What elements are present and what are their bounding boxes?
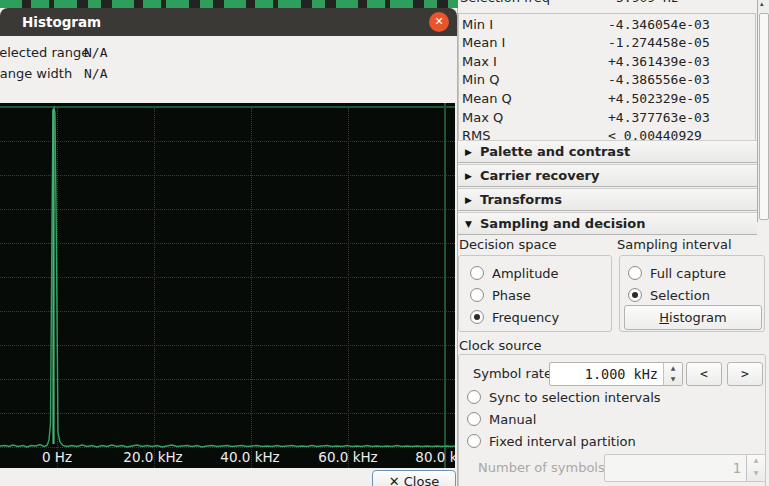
selection-freq-value: 5.909 Hz [616, 0, 679, 5]
symbol-rate-increment-button[interactable]: > [727, 362, 763, 386]
section-label: Carrier recovery [480, 168, 599, 183]
stat-value: -4.346054e-03 [608, 17, 710, 32]
table-row: Max Q +4.377763e-03 [459, 108, 755, 126]
table-row: Max I +4.361439e-03 [459, 52, 755, 70]
stat-label: Min Q [459, 72, 608, 87]
spin-arrows: ▲ ▼ [746, 455, 765, 481]
decision-space-group: Amplitude Phase Frequency [458, 255, 612, 332]
chevron-right-icon: ▶ [465, 147, 480, 157]
radio-label: Amplitude [492, 266, 559, 281]
radio-label: Fixed interval partition [489, 434, 636, 449]
table-row: Min I -4.346054e-03 [459, 15, 755, 33]
clock-source-group: Symbol rate 1.000 kHz ▲ ▼ < > Sync to se… [458, 354, 766, 486]
selected-range-label: Selected range [0, 45, 89, 60]
section-palette-and-contrast[interactable]: ▶ Palette and contrast [458, 140, 757, 163]
panel-scrollbar[interactable]: ▴ [757, 0, 769, 222]
radio-full-capture[interactable] [628, 266, 642, 280]
section-sampling-and-decision[interactable]: ▼ Sampling and decision [458, 212, 757, 235]
spin-up-icon: ▲ [747, 455, 765, 468]
radio-row: Amplitude [470, 265, 559, 281]
section-transforms[interactable]: ▶ Transforms [458, 188, 757, 211]
table-row: Min Q -4.386556e-03 [459, 71, 755, 89]
stat-value: +4.377763e-03 [608, 110, 710, 125]
table-row: Mean Q +4.502329e-05 [459, 90, 755, 108]
radio-row: Fixed interval partition [467, 433, 636, 449]
app-root: Histogram ✕ Selected range N/A Range wid… [0, 0, 769, 486]
x-axis-tick: 0 Hz [42, 449, 72, 465]
symbol-rate-value: 1.000 kHz [585, 366, 658, 382]
section-label: Sampling and decision [480, 216, 646, 231]
radio-frequency[interactable] [470, 310, 484, 324]
symbol-rate-spinbox[interactable]: 1.000 kHz ▲ ▼ [549, 362, 683, 386]
stat-label: Mean Q [459, 91, 608, 106]
stat-value: -4.386556e-03 [608, 72, 710, 87]
chevron-down-icon: ▼ [465, 219, 480, 229]
radio-row: Manual [467, 411, 536, 427]
symbol-rate-label: Symbol rate [473, 366, 552, 381]
stat-label: Min I [459, 17, 608, 32]
x-axis-tick: 60.0 kHz [318, 449, 377, 465]
radio-manual[interactable] [467, 412, 481, 426]
histogram-button[interactable]: Histogram [624, 305, 762, 330]
radio-row: Full capture [628, 265, 726, 281]
radio-row: Selection [628, 287, 710, 303]
number-of-symbols-value: 1 [733, 460, 741, 476]
radio-label: Selection [650, 288, 710, 303]
radio-row: Phase [470, 287, 531, 303]
stat-label: Max I [459, 54, 608, 69]
inspector-panel: Selection freq 5.909 Hz Min I -4.346054e… [458, 0, 769, 486]
selected-range-value: N/A [84, 45, 107, 60]
close-x-icon: ✕ [389, 474, 400, 486]
window-titlebar[interactable]: Histogram ✕ [0, 8, 457, 36]
number-of-symbols-label: Number of symbols [478, 460, 605, 475]
radio-amplitude[interactable] [470, 266, 484, 280]
histogram-window: Histogram ✕ Selected range N/A Range wid… [0, 8, 458, 486]
close-dialog-button[interactable]: ✕Close [372, 470, 456, 486]
radio-label: Manual [489, 412, 536, 427]
section-carrier-recovery[interactable]: ▶ Carrier recovery [458, 164, 757, 187]
x-axis-tick: 40.0 kHz [220, 449, 279, 465]
radio-row: Sync to selection intervals [467, 389, 661, 405]
spin-arrows: ▲ ▼ [663, 363, 682, 385]
spin-up-icon[interactable]: ▲ [664, 363, 682, 374]
window-close-button[interactable]: ✕ [429, 12, 449, 32]
scrollbar-thumb[interactable] [759, 13, 769, 220]
stat-value: +4.361439e-03 [608, 54, 710, 69]
sampling-interval-label: Sampling interval [617, 237, 732, 252]
stat-label: Mean I [459, 35, 608, 50]
chevron-right-icon: ▶ [465, 195, 480, 205]
stat-value: +4.502329e-05 [608, 91, 710, 106]
close-icon: ✕ [434, 15, 443, 28]
scrollbar-up-icon[interactable]: ▴ [760, 0, 764, 8]
selection-freq-label: Selection freq [460, 0, 550, 5]
close-dialog-label: Close [404, 474, 439, 486]
x-axis-tick: 80.0 kHz [415, 449, 455, 465]
chevron-right-icon: ▶ [465, 171, 480, 181]
histogram-trace [0, 103, 455, 468]
section-label: Transforms [480, 192, 562, 207]
table-row: Mean I -1.274458e-05 [459, 34, 755, 52]
radio-label: Full capture [650, 266, 726, 281]
radio-label: Sync to selection intervals [489, 390, 661, 405]
symbol-rate-decrement-button[interactable]: < [686, 362, 722, 386]
spin-down-icon: ▼ [747, 468, 765, 481]
decision-space-label: Decision space [459, 237, 557, 252]
range-width-value: N/A [84, 66, 107, 81]
sampling-interval-group: Full capture Selection Histogram [619, 255, 765, 332]
signal-stats-table: Min I -4.346054e-03 Mean I -1.274458e-05… [458, 13, 756, 147]
histogram-plot-area[interactable]: 0 Hz 20.0 kHz 40.0 kHz 60.0 kHz 80.0 kHz [0, 103, 455, 468]
spin-down-icon[interactable]: ▼ [664, 374, 682, 385]
number-of-symbols-spinbox: 1 ▲ ▼ [604, 454, 766, 482]
stat-value: -1.274458e-05 [608, 35, 710, 50]
clock-source-label: Clock source [459, 338, 542, 353]
range-width-label: Range width [0, 66, 72, 81]
radio-selection[interactable] [628, 288, 642, 302]
radio-fixed-interval-partition[interactable] [467, 434, 481, 448]
radio-phase[interactable] [470, 288, 484, 302]
radio-sync-to-selection-intervals[interactable] [467, 390, 481, 404]
section-label: Palette and contrast [480, 144, 630, 159]
radio-label: Frequency [492, 310, 559, 325]
x-axis-tick: 20.0 kHz [123, 449, 182, 465]
window-title: Histogram [22, 14, 101, 30]
radio-row: Frequency [470, 309, 559, 325]
